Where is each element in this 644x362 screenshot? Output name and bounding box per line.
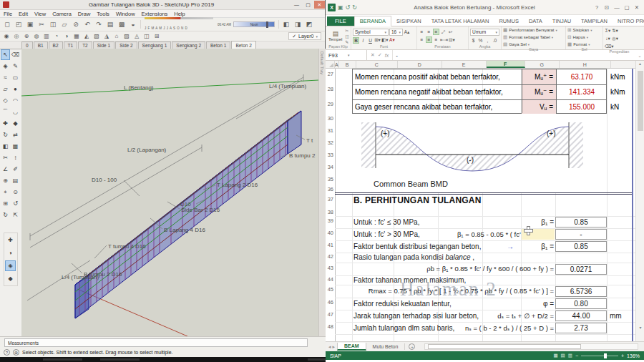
cell-value[interactable]: 44.00	[555, 310, 607, 321]
currency-icon[interactable]: $	[470, 37, 477, 44]
palette-tool[interactable]: ◈	[1, 61, 10, 72]
underline-button[interactable]: U	[367, 37, 374, 44]
select-all-corner[interactable]	[326, 61, 335, 68]
palette-tool[interactable]: ↕	[11, 152, 20, 163]
font-color-icon[interactable]: A▾	[389, 37, 395, 44]
paste-button[interactable]: ▤ Tempel	[327, 27, 343, 44]
align-top-icon[interactable]: ≡	[419, 29, 425, 35]
toolbar-icon[interactable]: ↶	[82, 19, 93, 30]
toolbar-icon[interactable]: ◒	[127, 19, 139, 30]
italic-button[interactable]: I	[360, 37, 366, 44]
palette-tool[interactable]: ↻	[1, 129, 10, 140]
toolbar-icon[interactable]: ⊞	[152, 32, 162, 41]
sheet-tab[interactable]: BEAM	[337, 343, 366, 351]
indent-icons[interactable]: ⇤⇥	[440, 36, 448, 43]
palette-tool[interactable]: ↺	[11, 198, 20, 209]
minimize-button[interactable]: —	[612, 4, 622, 11]
scrollbar-thumb[interactable]	[638, 71, 643, 131]
shadow-time-slider[interactable]: 06:42 AM Noon	[218, 21, 275, 27]
save-icon[interactable]: ▣	[338, 4, 343, 11]
palette-tool[interactable]: ✚	[1, 118, 10, 129]
sort-filter-icon[interactable]: ⇅▾	[612, 27, 618, 34]
merge-center-icon[interactable]: ⊟▾	[449, 36, 455, 43]
format-cells-button[interactable]: ▦Format▾	[567, 41, 601, 47]
palette-tool[interactable]: ↻	[1, 210, 10, 220]
orientation-icon[interactable]: ⤢	[440, 29, 447, 35]
toolbar-icon[interactable]: ▱	[59, 19, 70, 30]
palette-tool[interactable]: ✂	[1, 152, 10, 163]
shadow-month-slider[interactable]: J F M A M J J A S O N D	[145, 17, 213, 32]
sheet-grid[interactable]: 27 28 29 30 31 32 33 34 35 36 37 38 39 4…	[326, 69, 635, 341]
cell-value[interactable]: 0.85	[555, 241, 607, 252]
cell-value[interactable]: 0.0271	[555, 264, 607, 275]
palette-tool[interactable]: ◈	[5, 260, 16, 271]
column-header[interactable]: B	[339, 61, 356, 68]
palette-tool[interactable]: ◡	[11, 107, 20, 117]
palette-tool[interactable]: ✚	[5, 235, 16, 245]
palette-tool[interactable]: ✎	[11, 61, 20, 72]
menu-item[interactable]: Draw	[78, 11, 91, 17]
palette-tool[interactable]: ▱	[1, 84, 10, 94]
toolbar-icon[interactable]: ▥	[42, 32, 52, 41]
align-bottom-icon[interactable]: ≡	[433, 29, 439, 35]
menu-item[interactable]: Extensions	[142, 11, 168, 17]
delete-cells-button[interactable]: ⊟Hapus▾	[567, 34, 601, 40]
zoom-knob[interactable]	[604, 353, 607, 358]
toolbar-icon[interactable]: ◍	[31, 32, 42, 41]
menu-item[interactable]: Edit	[19, 11, 28, 17]
cell-value[interactable]: 63.170	[556, 69, 608, 84]
column-header[interactable]: E	[442, 61, 487, 68]
palette-tool[interactable]: ▦	[11, 141, 20, 152]
align-middle-icon[interactable]: ≡	[426, 29, 432, 35]
cell-styles-button[interactable]: ▤Gaya Sel▾	[503, 41, 564, 47]
palette-tool[interactable]: ◇	[1, 95, 10, 106]
cancel-icon[interactable]: ✕	[371, 52, 375, 58]
zoom-out-icon[interactable]: −	[575, 353, 578, 358]
palette-tool[interactable]: ⌒	[1, 107, 10, 117]
palette-tool[interactable]: ↖	[1, 49, 10, 60]
horizontal-scrollbar[interactable]	[424, 343, 638, 350]
ribbon-tab[interactable]: SISIPKAN	[391, 16, 426, 26]
ribbon-tab[interactable]: NITRO PRO	[613, 16, 644, 26]
fx-icon[interactable]: fx	[385, 53, 389, 58]
scrollbar-thumb[interactable]	[428, 344, 581, 349]
ribbon-tab[interactable]: BERANDA	[354, 16, 391, 26]
cell-value[interactable]: 141.334	[556, 84, 608, 99]
conditional-formatting-button[interactable]: ▦Pemformatan Bersyarat▾	[503, 27, 564, 33]
fill-color-icon[interactable]: ◧▾	[381, 37, 388, 44]
number-format-select[interactable]: Umum▾	[470, 29, 499, 36]
toolbar-icon[interactable]: ◫	[142, 32, 152, 41]
time-slider-knob[interactable]	[266, 21, 268, 28]
toolbar-icon[interactable]: ✂	[36, 19, 47, 30]
palette-tool[interactable]: ▤	[11, 175, 20, 186]
insert-cells-button[interactable]: ⊞Sisipkan▾	[567, 27, 601, 33]
sheet-nav-icons[interactable]: ◂ ▸	[328, 344, 335, 350]
ribbon-options-button[interactable]: ⊡	[602, 4, 612, 11]
toolbar-icon[interactable]: ▨	[122, 32, 132, 41]
redo-icon[interactable]: ↻	[352, 4, 357, 11]
toolbar-icon[interactable]: ◧	[280, 19, 292, 30]
font-size-select[interactable]: 16▾	[389, 29, 403, 36]
geolocation-icon[interactable]: ⊕	[13, 349, 19, 356]
minimize-button[interactable]: —	[291, 1, 302, 9]
palette-tool[interactable]: ∠	[1, 164, 10, 175]
palette-tool[interactable]: ⌫	[11, 49, 20, 60]
default-tray-collapsed[interactable]: Default Tray	[318, 49, 326, 336]
normal-view-icon[interactable]: ▦	[553, 353, 557, 358]
layer-dropdown[interactable]: ✓ Layer0 ▾	[288, 32, 321, 40]
toolbar-icon[interactable]: ◔	[52, 32, 62, 41]
undo-icon[interactable]: ↺	[346, 4, 351, 11]
toolbar-icon[interactable]: ◑	[62, 32, 72, 41]
ribbon-tab[interactable]: DATA	[524, 16, 547, 26]
palette-tool[interactable]: ◧	[1, 141, 10, 152]
toolbar-icon[interactable]: ⊕	[21, 32, 31, 41]
enter-icon[interactable]: ✓	[378, 52, 382, 58]
palette-tool[interactable]: ●	[11, 84, 20, 94]
cell-value[interactable]: 0.80	[555, 298, 607, 309]
fill-icon[interactable]: ↓▾	[605, 35, 611, 41]
toolbar-icon[interactable]: ⊘	[70, 19, 82, 30]
toolbar-icon[interactable]: ◰	[13, 19, 24, 30]
toolbar-icon[interactable]: ◉	[1, 32, 11, 41]
page-layout-view-icon[interactable]: ▤	[561, 353, 565, 358]
vertical-scrollbar[interactable]: ▴ ▾	[635, 61, 644, 341]
